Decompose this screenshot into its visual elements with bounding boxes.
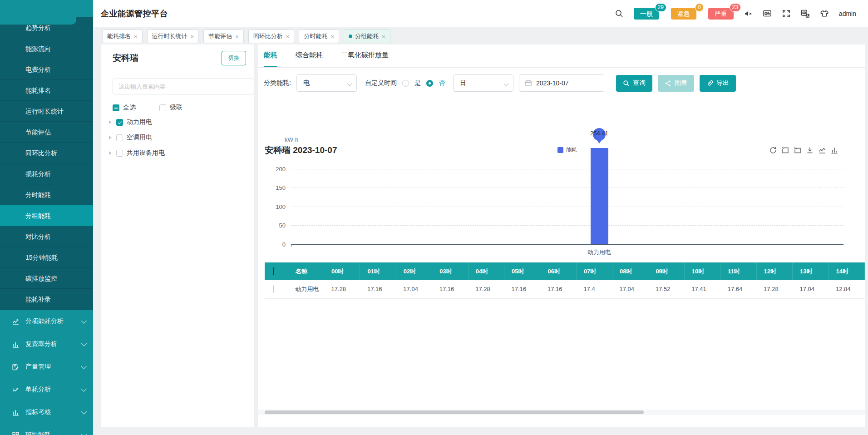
alarm-badge[interactable]: 一般29 xyxy=(634,8,659,20)
sidebar-item[interactable]: 对比分析 xyxy=(0,226,93,247)
sidebar-group-production[interactable]: 产量管理 xyxy=(0,356,93,378)
language-icon[interactable] xyxy=(801,9,810,18)
gridline xyxy=(291,225,843,226)
horizontal-scrollbar-track[interactable] xyxy=(258,410,865,415)
header: 企业能源管控平台 一般29紧急0严重23 admin xyxy=(76,0,868,27)
chevron-down-icon xyxy=(81,318,87,324)
cascade-label: 级联 xyxy=(170,104,182,112)
theme-shirt-icon[interactable] xyxy=(820,9,829,18)
chart-button[interactable]: 图表 xyxy=(658,75,694,92)
mute-icon[interactable] xyxy=(744,9,753,18)
row-checkbox[interactable] xyxy=(273,285,274,293)
close-icon[interactable] xyxy=(382,33,385,40)
view-tag[interactable]: 同环比分析 xyxy=(248,30,295,43)
sidebar-group-grid[interactable]: 班组能耗 xyxy=(0,424,93,435)
export-button[interactable]: 导出 xyxy=(700,75,736,92)
bar-动力用电[interactable] xyxy=(591,148,608,244)
fullscreen-icon[interactable] xyxy=(782,9,791,18)
alarm-badge[interactable]: 紧急0 xyxy=(671,8,696,20)
dashboard-icon[interactable] xyxy=(763,9,772,18)
tree-node[interactable]: 共用设备用电 xyxy=(109,145,254,161)
row-value-cell: 17.41 xyxy=(684,280,720,298)
select-all-checkbox[interactable] xyxy=(113,104,119,111)
tree-node[interactable]: 动力用电 xyxy=(109,114,254,130)
tree-options-row: 全选 级联 xyxy=(113,104,254,112)
view-tag[interactable]: 运行时长统计 xyxy=(147,30,199,43)
sidebar-item[interactable]: 分组能耗 xyxy=(0,205,93,226)
y-axis-tick-label: 0 xyxy=(282,241,291,248)
period-select[interactable]: 日 xyxy=(453,74,513,92)
view-tag[interactable]: 分时能耗 xyxy=(299,30,339,43)
x-axis-category-label: 动力用电 xyxy=(587,248,611,257)
caret-right-icon[interactable] xyxy=(109,151,112,155)
tree-node-checkbox[interactable] xyxy=(116,134,123,141)
row-value-cell: 17.04 xyxy=(612,280,648,298)
switch-button[interactable]: 切换 xyxy=(222,51,246,65)
device-tree-panel: 安科瑞 切换 全选 级联 动力用电空调用电共用设备用电 xyxy=(101,44,254,427)
view-tag[interactable]: 分组能耗 xyxy=(344,30,390,43)
sidebar-item[interactable]: 15分钟能耗 xyxy=(0,247,93,268)
sidebar-item[interactable]: 碳排放监控 xyxy=(0,268,93,289)
column-header: 00时 xyxy=(324,262,360,280)
horizontal-scrollbar-thumb[interactable] xyxy=(265,410,644,414)
sidebar-item[interactable]: 分时能耗 xyxy=(0,184,93,205)
row-value-cell: 17.28 xyxy=(468,280,504,298)
view-tag[interactable]: 节能评估 xyxy=(203,30,244,43)
sidebar-item[interactable]: 节能评估 xyxy=(0,122,93,143)
sidebar-item[interactable]: 能耗排名 xyxy=(0,80,93,101)
custom-time-no-radio[interactable] xyxy=(426,80,433,87)
username[interactable]: admin xyxy=(839,10,856,17)
column-header: 03时 xyxy=(432,262,468,280)
tree-node[interactable]: 空调用电 xyxy=(109,130,254,145)
sidebar-group-label: 复费率分析 xyxy=(25,340,81,348)
close-icon[interactable] xyxy=(191,33,194,40)
tab-能耗[interactable]: 能耗 xyxy=(264,51,277,67)
sidebar-item[interactable]: 能源流向 xyxy=(0,38,93,59)
sidebar-group-label: 班组能耗 xyxy=(25,431,81,435)
custom-time-yes-radio[interactable] xyxy=(402,80,409,87)
table-row[interactable]: 动力用电17.2817.1617.0417.1617.2817.1617.161… xyxy=(265,280,865,298)
close-icon[interactable] xyxy=(134,33,138,40)
close-icon[interactable] xyxy=(330,33,334,40)
date-picker[interactable]: 2023-10-07 xyxy=(519,74,604,92)
table-header-checkbox[interactable] xyxy=(273,267,274,275)
close-icon[interactable] xyxy=(286,33,290,40)
row-select-cell xyxy=(265,280,288,298)
close-icon[interactable] xyxy=(235,33,239,40)
sidebar-group-trend[interactable]: 单耗分析 xyxy=(0,378,93,401)
column-header: 12时 xyxy=(756,262,792,280)
row-value-cell: 17.52 xyxy=(648,280,684,298)
category-select[interactable]: 电 xyxy=(296,74,357,92)
tree-search-input[interactable] xyxy=(113,79,254,94)
sidebar-item[interactable]: 运行时长统计 xyxy=(0,101,93,122)
view-tag[interactable]: 能耗排名 xyxy=(102,30,143,43)
query-button[interactable]: 查询 xyxy=(616,75,652,92)
cascade-checkbox[interactable] xyxy=(159,104,166,111)
active-dot xyxy=(349,35,352,38)
column-header: 14时 xyxy=(829,262,865,280)
tree-node-checkbox[interactable] xyxy=(116,119,123,126)
sidebar-item[interactable]: 能耗补录 xyxy=(0,289,93,310)
column-header: 11时 xyxy=(720,262,756,280)
caret-right-icon[interactable] xyxy=(109,120,112,124)
sidebar-item[interactable]: 损耗分析 xyxy=(0,163,93,184)
hourly-data-table: 名称00时01时02时03时04时05时06时07时08时09时10时11时12… xyxy=(265,262,865,299)
gridline xyxy=(291,150,843,150)
caret-right-icon[interactable] xyxy=(109,136,112,139)
y-axis-tick-label: 200 xyxy=(276,166,291,173)
sidebar-group-bar-chart[interactable]: 复费率分析 xyxy=(0,333,93,356)
y-axis-tick-label: 100 xyxy=(276,203,291,210)
alarm-badge[interactable]: 严重23 xyxy=(708,8,734,20)
tab-综合能耗[interactable]: 综合能耗 xyxy=(296,51,323,67)
sidebar-group-bar-chart2[interactable]: 指标考核 xyxy=(0,401,93,424)
sidebar-group-label: 分项能耗分析 xyxy=(25,317,81,326)
header-actions: 一般29紧急0严重23 admin xyxy=(615,8,868,20)
sidebar-item[interactable]: 同环比分析 xyxy=(0,143,93,163)
sidebar-group-line-chart[interactable]: 分项能耗分析 xyxy=(0,310,93,333)
max-value-label: 254.41 xyxy=(590,130,608,137)
search-icon[interactable] xyxy=(615,9,624,18)
sidebar-item[interactable]: 电费分析 xyxy=(0,59,93,80)
tree-node-checkbox[interactable] xyxy=(116,150,123,157)
tree-search xyxy=(113,79,249,94)
tab-二氧化碳排放量[interactable]: 二氧化碳排放量 xyxy=(341,51,389,67)
